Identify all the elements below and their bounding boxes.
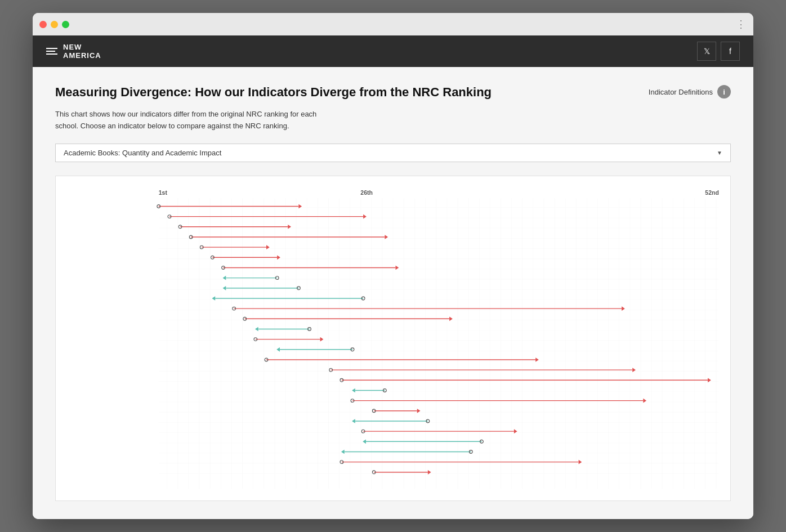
twitter-button[interactable]: 𝕏 <box>697 42 716 61</box>
navbar: NEW AMERICA 𝕏 f <box>33 35 753 67</box>
hamburger-icon <box>46 48 57 55</box>
browser-window: ⋮ NEW AMERICA 𝕏 f Measuring Divergence: … <box>33 13 753 518</box>
divergence-chart: 1st 26th 52nd <box>55 176 731 500</box>
chart-visualization: 1st 26th 52nd <box>156 187 721 489</box>
chart-svg-container: 1st 26th 52nd <box>56 187 721 489</box>
dropdown-selected-value: Academic Books: Quantity and Academic Im… <box>64 149 221 157</box>
logo-text: NEW AMERICA <box>63 43 101 60</box>
svg-text:52nd: 52nd <box>705 189 719 196</box>
nav-logo[interactable]: NEW AMERICA <box>46 43 101 60</box>
chevron-down-icon: ▼ <box>717 150 722 156</box>
close-button[interactable] <box>39 21 47 28</box>
minimize-button[interactable] <box>51 21 58 28</box>
svg-text:1st: 1st <box>159 189 168 196</box>
indicator-definitions-button[interactable]: Indicator Definitions i <box>649 85 731 99</box>
page-header: Measuring Divergence: How our Indicators… <box>55 85 731 132</box>
traffic-lights <box>39 21 69 28</box>
info-icon: i <box>717 85 731 99</box>
content-area: Measuring Divergence: How our Indicators… <box>33 67 753 518</box>
svg-text:26th: 26th <box>360 189 373 196</box>
dropdown-container: Academic Books: Quantity and Academic Im… <box>55 144 731 162</box>
description: This chart shows how our indicators diff… <box>55 109 337 132</box>
svg-rect-6 <box>159 198 718 475</box>
social-links: 𝕏 f <box>697 42 740 61</box>
title-bar: ⋮ <box>33 13 753 35</box>
facebook-button[interactable]: f <box>721 42 740 61</box>
indicator-dropdown[interactable]: Academic Books: Quantity and Academic Im… <box>55 144 731 162</box>
maximize-button[interactable] <box>62 21 69 28</box>
page-title: Measuring Divergence: How our Indicators… <box>55 85 492 100</box>
more-options[interactable]: ⋮ <box>736 18 747 30</box>
